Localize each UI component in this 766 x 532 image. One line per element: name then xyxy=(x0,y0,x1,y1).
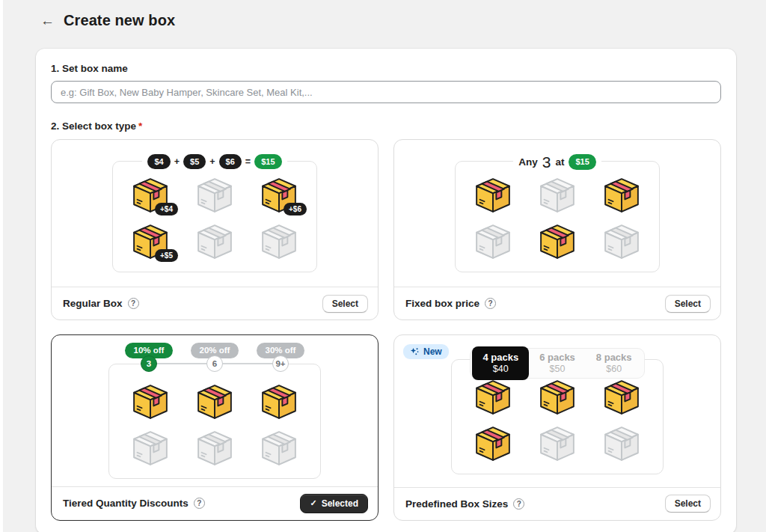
price-badge: $6 xyxy=(219,154,242,169)
step2-label: 2. Select box type* xyxy=(51,120,721,132)
price-equation: $4+$5+$6=$15 xyxy=(142,154,287,169)
box-icon-yellow xyxy=(472,376,514,418)
predefined-label: Predefined Box Sizes xyxy=(405,498,508,510)
box-icon-gray xyxy=(194,221,236,263)
select-regular-button[interactable]: Select xyxy=(322,295,368,313)
box-icon-yellow xyxy=(472,174,514,216)
tier-quantity-circle: 3 xyxy=(141,355,157,372)
box-price-tag: +$4 xyxy=(155,203,178,215)
help-icon[interactable]: ? xyxy=(485,298,496,309)
step2-label-text: 2. Select box type xyxy=(51,120,136,132)
regular-box-illustration: $4+$5+$6=$15 +$4+$6+$5 xyxy=(52,140,378,287)
tiered-inner-box xyxy=(108,364,321,479)
box-cell xyxy=(258,221,300,263)
box-name-input[interactable] xyxy=(51,81,721,103)
pack-size-tabs: 4 packs$406 packs$508 packs$60 xyxy=(470,348,644,379)
box-type-card-regular[interactable]: $4+$5+$6=$15 +$4+$6+$5 Regular Box ? Sel… xyxy=(51,139,379,320)
box-cell xyxy=(472,376,514,418)
pack-size-tab[interactable]: 4 packs$40 xyxy=(472,346,529,381)
box-icon-gray xyxy=(536,174,578,216)
box-cell xyxy=(601,174,643,216)
headline-middle: at xyxy=(555,156,564,168)
predefined-illustration: New 4 packs$406 packs$508 packs$60 xyxy=(394,335,720,487)
box-cell xyxy=(472,174,514,216)
box-type-card-fixed[interactable]: Any 3 at $15 Fixed box price ? Select xyxy=(393,139,721,320)
page-title: Create new box xyxy=(64,12,175,29)
box-cell xyxy=(258,381,300,423)
regular-boxes-grid: +$4+$6+$5 xyxy=(113,162,316,272)
box-cell xyxy=(194,221,236,263)
fixed-boxes-grid xyxy=(456,162,659,272)
tier-quantity-circles: 369+ xyxy=(141,355,289,372)
box-type-grid: $4+$5+$6=$15 +$4+$6+$5 Regular Box ? Sel… xyxy=(51,139,721,521)
predefined-card-footer: Predefined Box Sizes ? Select xyxy=(394,487,720,520)
box-cell xyxy=(601,376,643,418)
fixed-box-illustration: Any 3 at $15 xyxy=(394,140,720,287)
box-cell xyxy=(601,423,643,465)
tiered-illustration: 10% off20% off30% off 369+ xyxy=(52,335,378,486)
pack-price-label: $60 xyxy=(596,364,632,376)
box-icon-gray xyxy=(129,427,171,469)
fixed-price-headline: Any 3 at $15 xyxy=(513,154,601,170)
box-cell: +$4 xyxy=(129,174,171,216)
tier-quantity-circle: 6 xyxy=(206,355,223,372)
operator: = xyxy=(245,156,251,167)
select-fixed-button[interactable]: Select xyxy=(665,295,711,313)
tiered-label: Tiered Quantity Discounts xyxy=(63,498,189,509)
step1-label: 1. Set box name xyxy=(51,63,721,74)
help-icon[interactable]: ? xyxy=(128,298,139,309)
box-icon-gray xyxy=(194,174,236,216)
box-cell xyxy=(536,221,578,263)
pack-count-label: 4 packs xyxy=(482,352,518,364)
headline-quantity: 3 xyxy=(542,154,551,170)
help-icon[interactable]: ? xyxy=(513,498,524,510)
box-icon-gray xyxy=(194,427,236,469)
select-predefined-button[interactable]: Select xyxy=(665,495,711,513)
page-left-edge xyxy=(0,0,3,532)
back-arrow-icon[interactable]: ← xyxy=(40,13,55,28)
box-type-card-tiered[interactable]: 10% off20% off30% off 369+ Tiered Quanti… xyxy=(51,334,379,521)
box-cell xyxy=(129,427,171,469)
pack-size-tab[interactable]: 6 packs$50 xyxy=(529,349,586,379)
box-icon-yellow xyxy=(258,381,300,423)
tier-connector-line xyxy=(223,363,272,364)
box-cell xyxy=(536,174,578,216)
operator: + xyxy=(174,156,180,167)
pack-count-label: 6 packs xyxy=(539,352,575,364)
box-icon-gray xyxy=(258,427,300,469)
tier-quantity-circle: 9+ xyxy=(272,355,289,372)
tiered-boxes-grid xyxy=(113,364,316,478)
box-cell: +$5 xyxy=(129,221,171,263)
new-badge-label: New xyxy=(423,346,442,357)
box-cell xyxy=(601,221,643,263)
box-cell xyxy=(194,427,236,469)
headline-prefix: Any xyxy=(518,156,538,168)
fixed-inner-box xyxy=(455,161,660,272)
fixed-label: Fixed box price xyxy=(405,298,479,309)
box-cell xyxy=(194,381,236,423)
regular-card-footer: Regular Box ? Select xyxy=(52,287,378,319)
box-icon-yellow xyxy=(472,423,514,465)
box-icon-yellow xyxy=(601,376,643,418)
box-price-tag: +$6 xyxy=(284,203,307,215)
fixed-card-footer: Fixed box price ? Select xyxy=(394,287,720,319)
check-icon: ✓ xyxy=(310,499,316,507)
pack-price-label: $40 xyxy=(482,364,518,376)
box-icon-yellow xyxy=(601,174,643,216)
box-price-tag: +$5 xyxy=(155,249,178,262)
pack-size-tab[interactable]: 8 packs$60 xyxy=(586,349,643,379)
box-icon-gray xyxy=(472,221,514,263)
box-icon-yellow xyxy=(536,221,578,263)
box-icon-gray xyxy=(258,221,300,263)
headline-price-badge: $15 xyxy=(569,154,595,169)
box-icon-gray xyxy=(601,221,643,263)
create-box-form-card: 1. Set box name 2. Select box type* $4+$… xyxy=(36,49,736,532)
help-icon[interactable]: ? xyxy=(194,498,205,509)
box-cell xyxy=(472,221,514,263)
selected-tiered-button[interactable]: ✓ Selected xyxy=(300,494,368,513)
box-icon-yellow xyxy=(194,381,236,423)
box-type-card-predefined[interactable]: New 4 packs$406 packs$508 packs$60 Prede… xyxy=(393,334,721,521)
box-cell xyxy=(472,423,514,465)
selected-button-label: Selected xyxy=(322,498,358,509)
box-cell: +$6 xyxy=(258,174,300,216)
